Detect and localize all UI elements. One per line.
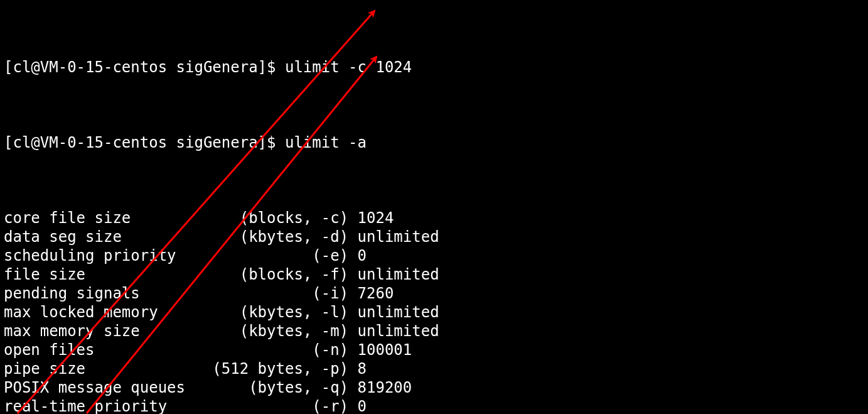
ulimit-value: unlimited <box>358 303 439 321</box>
padding <box>122 228 240 246</box>
ulimit-row: data seg size (kbytes, -d) unlimited <box>4 227 868 246</box>
ulimit-meta: (kbytes, -l) <box>240 303 348 321</box>
ulimit-value: unlimited <box>358 228 439 246</box>
ulimit-meta: (-r) <box>312 398 348 414</box>
ulimit-label: pending signals <box>4 285 140 302</box>
ulimit-label: max memory size <box>4 322 140 340</box>
ulimit-meta: (bytes, -q) <box>249 379 348 396</box>
ulimit-row: POSIX message queues (bytes, -q) 819200 <box>4 378 868 397</box>
ulimit-value: 0 <box>358 247 367 264</box>
command-text: ulimit -c 1024 <box>285 58 412 76</box>
ulimit-label: file size <box>4 266 85 283</box>
ulimit-row: open files (-n) 100001 <box>4 340 868 359</box>
ulimit-meta: (kbytes, -d) <box>240 228 348 246</box>
ulimit-row: core file size (blocks, -c) 1024 <box>4 209 868 227</box>
ulimit-row: pending signals (-i) 7260 <box>4 284 868 303</box>
ulimit-value: 8 <box>358 360 367 378</box>
ulimit-label: scheduling priority <box>4 247 176 264</box>
ulimit-meta: (-n) <box>312 341 348 359</box>
ulimit-row: max memory size (kbytes, -m) unlimited <box>4 322 868 340</box>
ulimit-row: max locked memory (kbytes, -l) unlimited <box>4 303 868 322</box>
ulimit-row: real-time priority (-r) 0 <box>4 397 868 414</box>
prompt: [cl@VM-0-15-centos sigGenera]$ <box>4 134 285 151</box>
ulimit-label: max locked memory <box>4 303 158 321</box>
ulimit-value: unlimited <box>358 266 439 283</box>
ulimit-value: 1024 <box>358 209 394 227</box>
sep <box>348 360 357 378</box>
ulimit-meta: (-e) <box>312 247 348 264</box>
padding <box>167 398 312 414</box>
ulimit-label: data seg size <box>4 228 122 246</box>
ulimit-row: scheduling priority (-e) 0 <box>4 246 868 265</box>
padding <box>131 209 239 227</box>
ulimit-label: POSIX message queues <box>4 379 185 396</box>
prompt: [cl@VM-0-15-centos sigGenera]$ <box>4 58 285 76</box>
prompt-line-2: [cl@VM-0-15-centos sigGenera]$ ulimit -a <box>4 133 868 152</box>
ulimit-label: pipe size <box>4 360 85 378</box>
ulimit-row: pipe size (512 bytes, -p) 8 <box>4 359 868 378</box>
sep <box>348 209 357 227</box>
ulimit-meta: (kbytes, -m) <box>240 322 348 340</box>
sep <box>348 228 357 246</box>
sep <box>348 303 357 321</box>
ulimit-meta: (512 bytes, -p) <box>212 360 348 378</box>
padding <box>95 341 313 359</box>
padding <box>85 360 212 378</box>
padding <box>158 303 240 321</box>
padding <box>140 285 313 302</box>
padding <box>140 322 240 340</box>
ulimit-label: open files <box>4 341 95 359</box>
ulimit-value: 819200 <box>358 379 412 396</box>
ulimit-value: 7260 <box>358 285 394 302</box>
ulimit-meta: (blocks, -f) <box>240 266 348 283</box>
ulimit-label: real-time priority <box>4 398 167 414</box>
padding <box>85 266 240 283</box>
ulimit-label: core file size <box>4 209 131 227</box>
ulimit-value: unlimited <box>358 322 439 340</box>
sep <box>348 341 357 359</box>
sep <box>348 379 357 396</box>
padding <box>176 247 313 264</box>
ulimit-output: core file size (blocks, -c) 1024data seg… <box>4 209 868 414</box>
sep <box>348 398 357 414</box>
sep <box>348 285 357 302</box>
ulimit-row: file size (blocks, -f) unlimited <box>4 265 868 284</box>
ulimit-value: 0 <box>358 398 367 414</box>
ulimit-value: 100001 <box>358 341 412 359</box>
sep <box>348 266 357 283</box>
sep <box>348 247 357 264</box>
prompt-line-1: [cl@VM-0-15-centos sigGenera]$ ulimit -c… <box>4 58 868 77</box>
sep <box>348 322 357 340</box>
ulimit-meta: (blocks, -c) <box>240 209 348 227</box>
command-text: ulimit -a <box>285 134 367 151</box>
padding <box>185 379 249 396</box>
ulimit-meta: (-i) <box>312 285 348 302</box>
terminal[interactable]: [cl@VM-0-15-centos sigGenera]$ ulimit -c… <box>0 0 868 414</box>
